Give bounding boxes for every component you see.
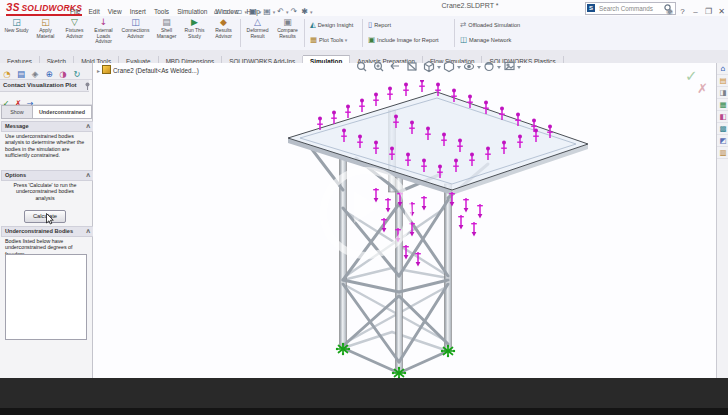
feature-tree-flyout[interactable]: ▸Crane2 (Default<As Welded...) — [97, 65, 199, 75]
forum-icon[interactable]: ◩ — [717, 135, 728, 147]
options-group-header[interactable]: Optionsᐱ — [1, 170, 94, 181]
ds-logo-mark: ЗS — [6, 2, 20, 13]
plot-tools-icon: ▦ — [310, 35, 317, 44]
player-bottom-strip — [0, 408, 728, 415]
expander-icon[interactable]: ▸ — [97, 67, 100, 74]
connections-advisor-button[interactable]: ◫Connections Advisor▾ — [121, 17, 150, 49]
zoom-area-icon[interactable] — [375, 63, 383, 71]
tab-underconstrained-bodies[interactable]: Underconstrained Bodies — [32, 105, 92, 119]
design-insight-button[interactable]: ◭Design Insight — [308, 17, 360, 32]
mouse-cursor-icon — [46, 213, 54, 225]
confirmation-corner-cancel-icon[interactable]: ✗ — [697, 81, 708, 96]
confirmation-corner-ok-icon[interactable]: ✓ — [685, 67, 698, 85]
apply-material-button[interactable]: ◱Apply Material — [31, 17, 60, 49]
ribbon-separator — [454, 19, 455, 47]
shell-manager-button[interactable]: ▤Shell Manager — [152, 17, 181, 49]
design-library-icon[interactable]: ▤ — [717, 75, 728, 87]
tower-column-right — [445, 184, 452, 351]
results-advisor-button[interactable]: ◆Results Advisor▾ — [209, 17, 238, 49]
message-group-body: Use underconstrained bodies analysis to … — [5, 133, 85, 158]
chevron-down-icon: ▾ — [245, 9, 248, 15]
offloaded-simulation-icon: ⇄ — [460, 20, 466, 29]
offloaded-simulation-button[interactable]: ⇄Offloaded Simulation — [458, 17, 544, 32]
ribbon-separator — [362, 19, 363, 47]
plot-tools-button[interactable]: ▦Plot Tools ▾ — [308, 32, 360, 47]
tree-root-label: Crane2 (Default<As Welded...) — [113, 67, 199, 74]
heads-up-view-toolbar — [355, 59, 525, 75]
external-loads-advisor-button[interactable]: ↓External Loads Advisor▾ — [89, 17, 118, 49]
search-scope-icon[interactable]: S — [587, 4, 595, 12]
include-image-for-report-button[interactable]: ▣Include Image for Report — [366, 32, 452, 47]
property-manager-actions: ✓✗→ — [0, 92, 92, 105]
hide-show-items-icon[interactable] — [465, 64, 474, 70]
task-pane: ⌂ ▤ ◨ ▦ ◧ ▩ ◩ ▥ — [716, 63, 728, 378]
edit-appearance-icon[interactable] — [485, 63, 493, 71]
collapse-chevron-icon: ᐱ — [86, 122, 90, 131]
design-insight-icon: ◭ — [310, 20, 316, 29]
manage-network-button[interactable]: ◫Manage Network — [458, 32, 544, 47]
pin-icon[interactable] — [84, 82, 91, 90]
view-palette-icon[interactable]: ▦ — [717, 99, 728, 111]
chevron-down-icon: ▾ — [286, 9, 289, 15]
message-group-header[interactable]: Messageᐱ — [1, 121, 94, 132]
collapse-chevron-icon: ᐱ — [86, 171, 90, 180]
report-stack: ▯Report ▣Include Image for Report — [366, 17, 452, 49]
underconstrained-group-header[interactable]: Underconstrained Bodiesᐱ — [1, 226, 94, 237]
compare-results-button[interactable]: ▣Compare Results — [273, 17, 302, 49]
manage-network-icon: ◫ — [460, 35, 467, 44]
part-icon — [102, 65, 111, 74]
report-icon: ▯ — [368, 20, 372, 29]
chevron-down-icon: ▾ — [310, 9, 313, 15]
report-button[interactable]: ▯Report — [366, 17, 452, 32]
solidworks-resources-icon[interactable]: ⌂ — [717, 63, 728, 75]
video-play-overlay-icon[interactable] — [354, 191, 380, 223]
ribbon-separator — [304, 19, 305, 47]
appearances-scenes-icon[interactable]: ◧ — [717, 111, 728, 123]
view-orientation-icon[interactable] — [425, 62, 434, 72]
view-settings-icon[interactable] — [505, 63, 514, 70]
fixtures-advisor-button[interactable]: ▽Fixtures Advisor▾ — [60, 17, 89, 49]
tab-show-contact[interactable]: Show Contact — [1, 105, 33, 119]
chevron-down-icon: ▾ — [273, 9, 276, 15]
calculate-button[interactable]: Calculate — [24, 210, 66, 223]
document-title: Crane2.SLDPRT * — [410, 2, 530, 9]
insight-tools-stack: ◭Design Insight ▦Plot Tools ▾ — [308, 17, 360, 49]
property-manager-panel: ◔▤◈⊕◑↻ Contact Visualization Plot ✓✗→ Sh… — [0, 63, 93, 378]
video-frame: ЗSSOLIDWORKS FileEditViewInsertToolsSimu… — [0, 0, 728, 415]
collapse-chevron-icon: ᐱ — [86, 227, 90, 236]
chevron-down-icon: ▾ — [259, 9, 262, 15]
display-style-icon[interactable] — [445, 62, 454, 72]
underconstrained-bodies-list[interactable] — [5, 254, 87, 340]
property-manager-title: Contact Visualization Plot — [0, 80, 89, 92]
titlebar: ЗSSOLIDWORKS FileEditViewInsertToolsSimu… — [0, 0, 728, 17]
previous-view-icon[interactable] — [391, 63, 399, 69]
options-hint: Press 'Calculate' to run the underconstr… — [9, 182, 81, 201]
crane-tower-model[interactable] — [256, 80, 616, 380]
deformed-result-button[interactable]: △Deformed Result — [243, 17, 272, 49]
chevron-down-icon: ▾ — [231, 9, 234, 15]
zoom-fit-icon[interactable] — [358, 63, 366, 71]
graphics-area[interactable]: ▸Crane2 (Default<As Welded...) ✓ ✗ — [93, 63, 716, 378]
quick-access-toolbar: ⌂▫▾▭▾▣▾▤▾↶▾↷✱▾ — [212, 0, 312, 15]
chevron-down-icon: ▾ — [343, 37, 347, 43]
custom-properties-icon[interactable]: ▩ — [717, 123, 728, 135]
run-this-study-button[interactable]: ▶Run This Study▾ — [180, 17, 209, 49]
video-control-bar: 00:00 00:49 — [0, 378, 728, 408]
file-explorer-icon[interactable]: ◨ — [717, 87, 728, 99]
include-image-icon: ▣ — [368, 35, 375, 44]
new-study-button[interactable]: ◲New Study — [2, 17, 31, 49]
manufacture-icon[interactable]: ▥ — [717, 147, 728, 159]
offloaded-stack: ⇄Offloaded Simulation ◫Manage Network — [458, 17, 544, 49]
manager-pane-tabs: ◔▤◈⊕◑↻ — [0, 63, 92, 80]
section-view-icon[interactable] — [408, 63, 416, 70]
ribbon-separator — [240, 19, 241, 47]
command-manager-ribbon: ◲New Study ◱Apply Material ▽Fixtures Adv… — [0, 16, 728, 51]
